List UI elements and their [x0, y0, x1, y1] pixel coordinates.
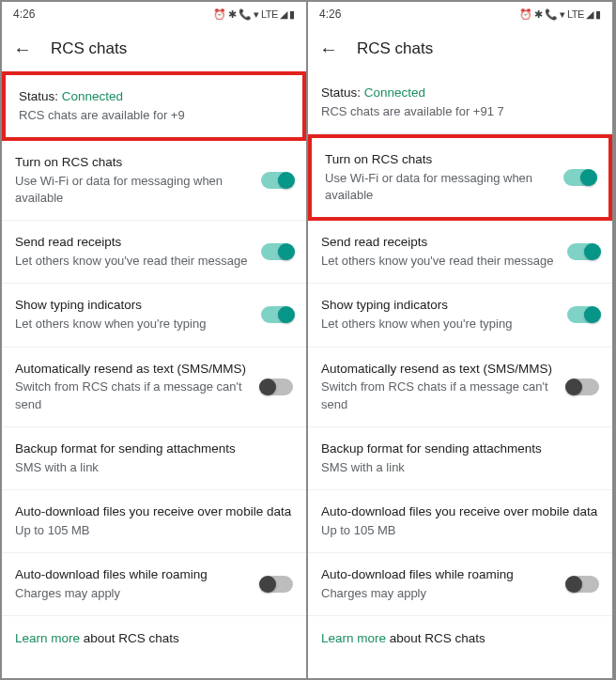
typing-title: Show typing indicators: [15, 297, 250, 315]
rcs-toggle-title: Turn on RCS chats: [325, 151, 552, 169]
auto-resend-row[interactable]: Automatically resend as text (SMS/MMS) S…: [2, 348, 306, 427]
status-bar: 4:26 ⏰ ✱ 📞 ▾ LTE ◢ ▮: [2, 2, 306, 26]
status-value: Connected: [62, 89, 123, 103]
read-receipts-sub: Let others know you've read their messag…: [15, 253, 250, 270]
learn-more-link[interactable]: Learn more: [321, 631, 386, 645]
learn-more-row: Learn more about RCS chats: [308, 616, 612, 661]
back-icon[interactable]: ←: [319, 39, 338, 60]
backup-title: Backup format for sending attachments: [15, 440, 293, 458]
read-receipts-switch[interactable]: [261, 243, 293, 260]
auto-dl-mobile-row[interactable]: Auto-download files you receive over mob…: [308, 490, 612, 553]
auto-dl-mobile-sub: Up to 105 MB: [321, 522, 599, 539]
auto-dl-mobile-row[interactable]: Auto-download files you receive over mob…: [2, 490, 306, 553]
status-label: Status:: [321, 85, 361, 100]
status-subtext: RCS chats are available for +9: [19, 107, 289, 124]
typing-title: Show typing indicators: [321, 297, 556, 315]
auto-resend-sub: Switch from RCS chats if a message can't…: [321, 379, 556, 412]
learn-more-text: about RCS chats: [80, 631, 179, 645]
auto-dl-roam-switch[interactable]: [261, 576, 293, 593]
status-bar: 4:26 ⏰ ✱ 📞 ▾ LTE ◢ ▮: [308, 2, 612, 26]
status-label: Status:: [19, 89, 58, 103]
status-tray-icons: ⏰ ✱ 📞 ▾ LTE ◢ ▮: [213, 8, 295, 21]
typing-row[interactable]: Show typing indicators Let others know w…: [2, 284, 306, 347]
page-title: RCS chats: [51, 39, 127, 58]
backup-row[interactable]: Backup format for sending attachments SM…: [308, 427, 612, 490]
read-receipts-title: Send read receipts: [15, 234, 250, 252]
auto-dl-roam-title: Auto-download files while roaming: [321, 566, 556, 584]
auto-dl-roam-row[interactable]: Auto-download files while roaming Charge…: [2, 553, 306, 616]
status-value: Connected: [364, 85, 425, 100]
app-bar: ← RCS chats: [2, 26, 306, 71]
auto-dl-mobile-sub: Up to 105 MB: [15, 522, 293, 539]
page-title: RCS chats: [357, 39, 433, 58]
typing-switch[interactable]: [261, 306, 293, 323]
auto-dl-roam-row[interactable]: Auto-download files while roaming Charge…: [308, 553, 612, 616]
rcs-toggle-row[interactable]: Turn on RCS chats Use Wi-Fi or data for …: [2, 141, 306, 221]
rcs-toggle-sub: Use Wi-Fi or data for messaging when ava…: [15, 173, 250, 207]
auto-resend-switch[interactable]: [261, 379, 293, 395]
app-bar: ← RCS chats: [308, 26, 612, 71]
status-section: Status: Connected RCS chats are availabl…: [2, 71, 306, 141]
read-receipts-row[interactable]: Send read receipts Let others know you'v…: [2, 221, 306, 284]
auto-dl-mobile-title: Auto-download files you receive over mob…: [15, 503, 293, 521]
screen-left: 4:26 ⏰ ✱ 📞 ▾ LTE ◢ ▮ ← RCS chats Status:…: [2, 2, 308, 678]
rcs-toggle-switch[interactable]: [261, 172, 293, 189]
screen-right: 4:26 ⏰ ✱ 📞 ▾ LTE ◢ ▮ ← RCS chats Status:…: [308, 2, 614, 678]
auto-dl-roam-sub: Charges may apply: [321, 585, 556, 602]
rcs-toggle-switch[interactable]: [563, 169, 595, 186]
status-subtext: RCS chats are available for +91 7: [321, 103, 599, 120]
read-receipts-row[interactable]: Send read receipts Let others know you'v…: [308, 221, 612, 284]
clock: 4:26: [319, 8, 341, 21]
auto-dl-mobile-title: Auto-download files you receive over mob…: [321, 503, 599, 521]
rcs-toggle-title: Turn on RCS chats: [15, 154, 250, 172]
rcs-toggle-row[interactable]: Turn on RCS chats Use Wi-Fi or data for …: [308, 134, 612, 221]
status-section: Status: Connected RCS chats are availabl…: [308, 71, 612, 134]
backup-row[interactable]: Backup format for sending attachments SM…: [2, 427, 306, 490]
auto-resend-sub: Switch from RCS chats if a message can't…: [15, 379, 250, 412]
backup-sub: SMS with a link: [15, 459, 293, 476]
auto-resend-title: Automatically resend as text (SMS/MMS): [321, 361, 556, 379]
typing-sub: Let others know when you're typing: [321, 316, 556, 332]
auto-dl-roam-title: Auto-download files while roaming: [15, 566, 250, 584]
typing-switch[interactable]: [567, 306, 599, 323]
auto-resend-switch[interactable]: [567, 379, 599, 395]
learn-more-link[interactable]: Learn more: [15, 631, 80, 645]
auto-resend-row[interactable]: Automatically resend as text (SMS/MMS) S…: [308, 348, 612, 427]
read-receipts-title: Send read receipts: [321, 234, 556, 252]
read-receipts-sub: Let others know you've read their messag…: [321, 253, 556, 270]
learn-more-row: Learn more about RCS chats: [2, 616, 306, 661]
auto-resend-title: Automatically resend as text (SMS/MMS): [15, 361, 250, 379]
status-tray-icons: ⏰ ✱ 📞 ▾ LTE ◢ ▮: [519, 8, 601, 21]
clock: 4:26: [13, 8, 35, 21]
backup-title: Backup format for sending attachments: [321, 440, 599, 458]
typing-sub: Let others know when you're typing: [15, 316, 250, 332]
read-receipts-switch[interactable]: [567, 243, 599, 260]
typing-row[interactable]: Show typing indicators Let others know w…: [308, 284, 612, 347]
auto-dl-roam-switch[interactable]: [567, 576, 599, 593]
learn-more-text: about RCS chats: [386, 631, 485, 645]
backup-sub: SMS with a link: [321, 459, 599, 476]
back-icon[interactable]: ←: [13, 39, 32, 60]
rcs-toggle-sub: Use Wi-Fi or data for messaging when ava…: [325, 170, 552, 204]
auto-dl-roam-sub: Charges may apply: [15, 585, 250, 602]
